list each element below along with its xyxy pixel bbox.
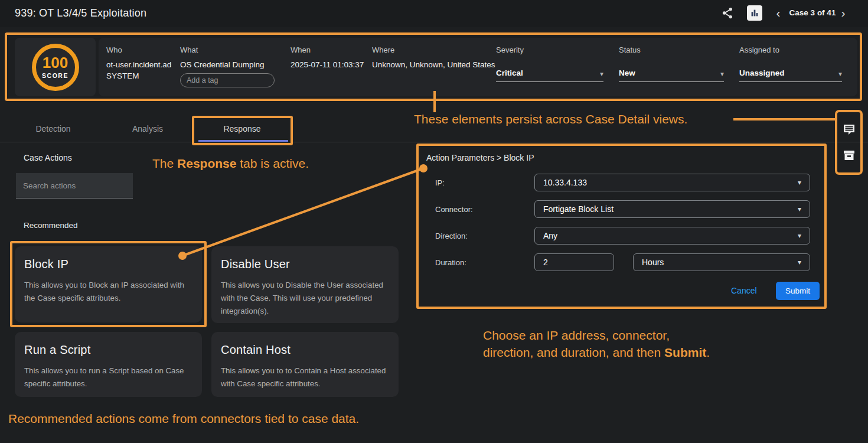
status-column: Status New ▾ [619, 45, 724, 82]
card-description: This allows you to run a Script based on… [24, 364, 196, 390]
status-label: Status [619, 45, 724, 54]
when-label: When [291, 45, 364, 54]
archive-button[interactable] [843, 149, 855, 161]
score-card: 100 SCORE [15, 38, 96, 96]
connector-field-label: Connector: [435, 205, 473, 214]
direction-select[interactable]: Any ▾ [534, 227, 810, 245]
tabs-divider [0, 142, 868, 142]
side-toolbar [835, 110, 863, 175]
when-column: When 2025-07-11 01:03:37 [291, 45, 364, 70]
severity-label: Severity [496, 45, 603, 54]
severity-dropdown[interactable]: Critical ▾ [496, 69, 603, 82]
card-title: Disable User [221, 258, 393, 271]
caret-down-icon: ▾ [838, 70, 842, 77]
status-value: New [619, 69, 635, 77]
caret-down-icon: ▾ [798, 232, 801, 240]
ip-field-label: IP: [435, 178, 445, 187]
action-card-contain-host[interactable]: Contain Host This allows you to to Conta… [211, 332, 399, 397]
connector-value: Fortigate Block List [543, 204, 614, 214]
assigned-dropdown[interactable]: Unassigned ▾ [739, 69, 842, 82]
comments-button[interactable] [843, 123, 856, 136]
action-card-run-script[interactable]: Run a Script This allows you to run a Sc… [15, 332, 202, 397]
annotation-bold-text: Response [177, 157, 236, 170]
comment-icon [843, 123, 856, 136]
duration-value-input[interactable] [534, 253, 614, 271]
duration-unit-value: Hours [642, 258, 664, 267]
share-icon [720, 6, 735, 20]
annotation-text: direction, and duration, and then [483, 346, 664, 359]
cancel-button[interactable]: Cancel [731, 286, 757, 295]
tab-analysis[interactable]: Analysis [100, 116, 195, 142]
assigned-column: Assigned to Unassigned ▾ [739, 45, 842, 82]
annotation-text: . [706, 346, 710, 359]
who-column: Who ot-user.incident.ad SYSTEM [106, 45, 171, 82]
what-label: What [180, 45, 275, 54]
score-value: 100 [43, 55, 68, 70]
where-value: Unknown, Unknown, United States [372, 59, 495, 70]
add-tag-input[interactable] [180, 73, 275, 87]
case-detail-page: 939: OT L3/4/5 Exploitation ‹ Case 3 of … [0, 0, 868, 443]
direction-field-label: Direction: [435, 232, 468, 240]
direction-value: Any [543, 231, 557, 240]
share-button[interactable] [720, 6, 736, 21]
case-counter: Case 3 of 41 [789, 8, 836, 17]
what-column: What OS Credential Dumping [180, 45, 275, 87]
card-title: Block IP [24, 258, 196, 271]
assigned-label: Assigned to [739, 45, 842, 54]
prev-case-button[interactable]: ‹ [772, 5, 784, 21]
annotation-response-tab: The Response tab is active. [152, 157, 309, 171]
caret-down-icon: ▾ [798, 205, 801, 213]
tab-response[interactable]: Response [195, 116, 289, 142]
annotation-text: tab is active. [236, 157, 309, 170]
who-value: ot-user.incident.ad SYSTEM [106, 59, 171, 82]
archive-icon [843, 149, 855, 161]
active-tab-indicator [198, 140, 288, 142]
tab-detection[interactable]: Detection [6, 116, 100, 142]
action-card-disable-user[interactable]: Disable User This allows you to Disable … [211, 246, 399, 323]
chart-view-button[interactable] [747, 5, 762, 21]
card-description: This allows you to to Contain a Host ass… [221, 364, 393, 390]
annotation-choose-line2: direction, and duration, and then Submit… [483, 346, 710, 360]
annotation-persist: These elements persist across Case Detai… [414, 112, 687, 126]
status-dropdown[interactable]: New ▾ [619, 69, 724, 82]
recommended-section-label: Recommended [24, 221, 78, 230]
duration-unit-select[interactable]: Hours ▾ [633, 253, 810, 271]
page-title: 939: OT L3/4/5 Exploitation [15, 7, 146, 19]
bar-chart-icon [749, 8, 760, 18]
caret-down-icon: ▾ [798, 258, 801, 266]
annotation-text: The [152, 157, 177, 170]
annotation-bold-text: Submit [664, 346, 706, 359]
severity-value: Critical [496, 69, 523, 77]
search-actions-input[interactable] [16, 173, 133, 198]
next-case-button[interactable]: › [837, 5, 849, 21]
who-label: Who [106, 45, 171, 54]
duration-field-label: Duration: [435, 258, 466, 267]
assigned-value: Unassigned [739, 69, 785, 77]
ip-select[interactable]: 10.33.4.133 ▾ [534, 174, 810, 191]
top-bar: 939: OT L3/4/5 Exploitation ‹ Case 3 of … [0, 0, 868, 27]
when-value: 2025-07-11 01:03:37 [291, 59, 364, 70]
severity-column: Severity Critical ▾ [496, 45, 603, 82]
caret-down-icon: ▾ [798, 178, 801, 187]
what-value: OS Credential Dumping [180, 59, 275, 70]
action-card-block-ip[interactable]: Block IP This allows you to Block an IP … [15, 246, 202, 323]
card-description: This allows you to Block an IP associate… [24, 279, 196, 305]
submit-button[interactable]: Submit [776, 282, 820, 300]
where-label: Where [372, 45, 495, 54]
card-description: This allows you to Disable the User asso… [221, 279, 393, 318]
caret-down-icon: ▾ [720, 70, 724, 77]
case-actions-title: Case Actions [24, 153, 72, 162]
who-account: SYSTEM [106, 70, 171, 82]
card-title: Contain Host [221, 343, 393, 357]
who-user: ot-user.incident.ad [106, 59, 171, 70]
connector-select[interactable]: Fortigate Block List ▾ [534, 200, 810, 218]
annotation-choose-line1: Choose an IP address, connector, [483, 328, 670, 343]
score-label: SCORE [42, 72, 68, 79]
score-ring: 100 SCORE [32, 44, 79, 91]
action-parameters-breadcrumb: Action Parameters > Block IP [426, 153, 534, 162]
card-title: Run a Script [24, 343, 196, 357]
ip-value: 10.33.4.133 [543, 178, 587, 187]
annotation-recommended: Recommended actions come from connectors… [8, 412, 359, 426]
where-column: Where Unknown, Unknown, United States [372, 45, 495, 70]
annotation-box-action-parameters [416, 144, 827, 309]
